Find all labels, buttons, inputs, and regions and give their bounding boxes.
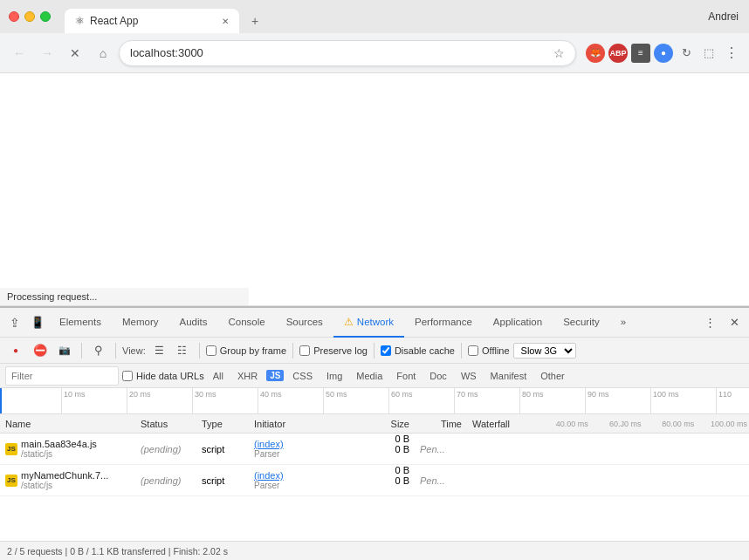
row2-initiator-link[interactable]: (index) xyxy=(254,470,284,481)
throttle-select[interactable]: Slow 3G xyxy=(513,343,576,359)
browser-content: Processing request... xyxy=(0,73,749,306)
maximize-button[interactable] xyxy=(40,11,51,22)
wt-100ms: 100.00 ms xyxy=(696,420,749,428)
filter-ws-button[interactable]: WS xyxy=(456,369,482,383)
bookmark-icon[interactable]: ☆ xyxy=(553,46,565,60)
tab-console[interactable]: Console xyxy=(217,308,275,338)
preserve-log-group: Preserve log xyxy=(299,345,368,356)
tab-security[interactable]: Security xyxy=(553,308,610,338)
devtools-mobile-icon[interactable]: 📱 xyxy=(26,311,49,334)
row2-waterfall xyxy=(467,465,537,495)
col-header-status[interactable]: Status xyxy=(135,419,196,429)
status-bar: 2 / 5 requests | 0 B / 1.1 KB transferre… xyxy=(0,541,749,560)
disable-cache-group: Disable cache xyxy=(381,345,455,356)
tab-performance[interactable]: Performance xyxy=(404,308,483,338)
tab-audits[interactable]: Audits xyxy=(168,308,217,338)
close-button[interactable] xyxy=(9,11,19,22)
filter-xhr-button[interactable]: XHR xyxy=(232,369,263,383)
adblock-icon[interactable]: ABP xyxy=(608,44,628,63)
refresh-icon[interactable]: ↻ xyxy=(677,44,696,63)
record-button[interactable]: ● xyxy=(5,340,26,361)
offline-checkbox[interactable] xyxy=(468,345,478,356)
row2-initiator: (index) Parser xyxy=(249,465,345,495)
filter-js-badge[interactable]: JS xyxy=(266,370,284,381)
filter-input[interactable] xyxy=(5,366,119,386)
wt-80ms: 80.00 ms xyxy=(643,420,697,428)
preserve-log-label: Preserve log xyxy=(313,345,368,356)
filter-img-button[interactable]: Img xyxy=(321,369,347,383)
tab-network[interactable]: ⚠ Network xyxy=(333,308,404,338)
tab-elements[interactable]: Elements xyxy=(49,308,112,338)
toolbar-separator-3 xyxy=(199,343,200,359)
filter-other-button[interactable]: Other xyxy=(535,369,570,383)
tab-sources[interactable]: Sources xyxy=(276,308,333,338)
timeline-tick-10ms: 10 ms xyxy=(61,388,86,413)
row1-js-icon: JS xyxy=(5,443,17,455)
col-header-initiator[interactable]: Initiator xyxy=(249,419,345,429)
wt-60ms: 60.J0 ms xyxy=(590,420,643,428)
col-header-waterfall-times: 40.00 ms 60.J0 ms 80.00 ms 100.00 ms xyxy=(537,420,749,428)
home-button[interactable]: ⌂ xyxy=(91,41,115,65)
filter-all-button[interactable]: All xyxy=(208,369,229,383)
new-tab-button[interactable]: + xyxy=(243,9,267,33)
active-tab[interactable]: ⚛ React App ✕ xyxy=(65,9,239,33)
row1-initiator-sub: Parser xyxy=(254,449,284,459)
preserve-log-checkbox[interactable] xyxy=(299,345,310,356)
tab-more[interactable]: » xyxy=(610,308,636,338)
row1-size-bot: 0 B xyxy=(395,444,409,454)
row1-path: /static/js xyxy=(21,449,97,459)
devtools-pointer-icon[interactable]: ⇪ xyxy=(3,311,26,334)
row2-time: Pen... xyxy=(415,465,467,495)
tab-close-icon[interactable]: ✕ xyxy=(222,17,229,26)
devtools-close-icon[interactable]: ✕ xyxy=(723,311,746,334)
col-header-time[interactable]: Time xyxy=(415,419,467,429)
filter-manifest-button[interactable]: Manifest xyxy=(485,369,533,383)
filter-css-button[interactable]: CSS xyxy=(287,369,318,383)
timeline-tick-40ms: 40 ms xyxy=(258,388,282,413)
address-input[interactable] xyxy=(130,46,553,59)
disable-cache-checkbox[interactable] xyxy=(381,345,391,356)
filter-doc-button[interactable]: Doc xyxy=(424,369,452,383)
back-button[interactable]: ← xyxy=(7,41,31,65)
view-label: View: xyxy=(122,345,146,356)
minimize-button[interactable] xyxy=(24,11,35,22)
col-header-size[interactable]: Size xyxy=(345,419,415,429)
filter-toolbar: Hide data URLs All XHR JS CSS Img Media … xyxy=(0,364,749,388)
filter-media-button[interactable]: Media xyxy=(351,369,388,383)
row2-js-icon: JS xyxy=(5,475,17,487)
col-header-name[interactable]: Name xyxy=(0,419,135,429)
user-label: Andrei xyxy=(708,10,739,23)
row1-waterfall xyxy=(467,434,537,464)
camera-button[interactable]: 📷 xyxy=(54,340,75,361)
table-row[interactable]: JS main.5aa83e4a.js /static/js (pending)… xyxy=(0,434,749,465)
filter-font-button[interactable]: Font xyxy=(391,369,421,383)
col-header-type[interactable]: Type xyxy=(196,419,249,429)
tab-application[interactable]: Application xyxy=(483,308,553,338)
tab-memory[interactable]: Memory xyxy=(112,308,169,338)
menu-icon[interactable]: ⋮ xyxy=(722,44,741,63)
devtools-panel: ⇪ 📱 Elements Memory Audits Console Sourc… xyxy=(0,306,749,560)
table-header-row: Name Status Type Initiator Size Time Wat… xyxy=(0,414,749,434)
wt-40ms: 40.00 ms xyxy=(537,420,590,428)
extension-icon-4[interactable]: ● xyxy=(654,44,673,63)
row1-initiator-link[interactable]: (index) xyxy=(254,439,284,449)
reload-button[interactable]: ✕ xyxy=(63,41,87,65)
col-header-waterfall[interactable]: Waterfall xyxy=(467,419,537,429)
grid-view-button[interactable]: ☷ xyxy=(172,340,193,361)
group-by-frame-checkbox[interactable] xyxy=(206,345,216,356)
hide-data-urls-checkbox[interactable] xyxy=(122,371,133,381)
clear-button[interactable]: ⛔ xyxy=(30,340,51,361)
row2-path: /static/js xyxy=(21,481,108,490)
extension-icon-1[interactable]: 🦊 xyxy=(586,44,605,63)
cast-icon[interactable]: ⬚ xyxy=(699,44,718,63)
row1-time: Pen... xyxy=(415,434,467,464)
filter-button[interactable]: ⚲ xyxy=(88,340,109,361)
timeline-tick-20ms: 20 ms xyxy=(127,388,151,413)
list-view-button[interactable]: ☰ xyxy=(149,340,170,361)
network-timeline: 10 ms 20 ms 30 ms 40 ms 50 ms 60 ms 70 m… xyxy=(0,388,749,414)
devtools-more-icon[interactable]: ⋮ xyxy=(698,311,721,334)
browser-toolbar-icons: 🦊 ABP ≡ ● ↻ ⬚ ⋮ xyxy=(585,44,742,63)
table-row[interactable]: JS myNamedChunk.7... /static/js (pending… xyxy=(0,465,749,496)
extension-icon-3[interactable]: ≡ xyxy=(631,44,650,63)
forward-button[interactable]: → xyxy=(35,41,59,65)
